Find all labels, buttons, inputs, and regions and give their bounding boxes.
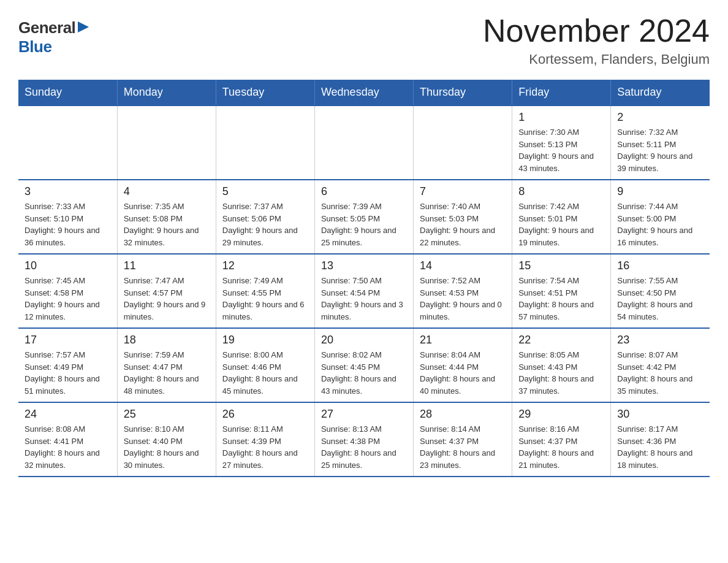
day-number: 29 [518,408,604,421]
day-info: Sunrise: 7:33 AM Sunset: 5:10 PM Dayligh… [25,201,111,248]
calendar-table: SundayMondayTuesdayWednesdayThursdayFrid… [18,80,710,477]
day-info: Sunrise: 7:45 AM Sunset: 4:58 PM Dayligh… [25,275,111,323]
day-number: 5 [222,185,308,198]
header-thursday: Thursday [414,80,512,105]
day-number: 2 [617,111,703,124]
day-info: Sunrise: 8:05 AM Sunset: 4:43 PM Dayligh… [518,349,604,397]
day-number: 28 [420,408,506,421]
day-number: 13 [321,259,407,272]
day-number: 3 [25,185,111,198]
calendar-cell [414,105,512,180]
day-number: 24 [25,408,111,421]
logo-blue-text: Blue [18,37,51,56]
day-info: Sunrise: 7:59 AM Sunset: 4:47 PM Dayligh… [124,349,210,397]
calendar-cell: 3Sunrise: 7:33 AM Sunset: 5:10 PM Daylig… [18,180,117,254]
header-friday: Friday [512,80,611,105]
day-info: Sunrise: 7:44 AM Sunset: 5:00 PM Dayligh… [617,201,703,248]
logo-general-text: General [18,18,75,37]
calendar-cell: 22Sunrise: 8:05 AM Sunset: 4:43 PM Dayli… [512,328,611,402]
day-number: 27 [321,408,407,421]
calendar-cell: 26Sunrise: 8:11 AM Sunset: 4:39 PM Dayli… [216,402,314,477]
calendar-cell: 20Sunrise: 8:02 AM Sunset: 4:45 PM Dayli… [314,328,413,402]
calendar-cell [216,105,314,180]
day-info: Sunrise: 7:40 AM Sunset: 5:03 PM Dayligh… [420,201,506,248]
header-wednesday: Wednesday [314,80,413,105]
day-info: Sunrise: 7:32 AM Sunset: 5:11 PM Dayligh… [617,126,703,174]
day-info: Sunrise: 7:49 AM Sunset: 4:55 PM Dayligh… [222,275,308,323]
calendar-cell [18,105,117,180]
calendar-cell: 7Sunrise: 7:40 AM Sunset: 5:03 PM Daylig… [414,180,512,254]
calendar-cell: 4Sunrise: 7:35 AM Sunset: 5:08 PM Daylig… [117,180,216,254]
day-number: 30 [617,408,703,421]
day-info: Sunrise: 7:57 AM Sunset: 4:49 PM Dayligh… [25,349,111,397]
day-info: Sunrise: 8:17 AM Sunset: 4:36 PM Dayligh… [617,423,703,471]
calendar-cell: 8Sunrise: 7:42 AM Sunset: 5:01 PM Daylig… [512,180,611,254]
calendar-cell: 24Sunrise: 8:08 AM Sunset: 4:41 PM Dayli… [18,402,117,477]
calendar-cell: 6Sunrise: 7:39 AM Sunset: 5:05 PM Daylig… [314,180,413,254]
title-area: November 2024 Kortessem, Flanders, Belgi… [483,12,710,67]
day-number: 15 [518,259,604,272]
header-tuesday: Tuesday [216,80,314,105]
day-info: Sunrise: 8:14 AM Sunset: 4:37 PM Dayligh… [420,423,506,471]
day-info: Sunrise: 7:42 AM Sunset: 5:01 PM Dayligh… [518,201,604,248]
calendar-cell: 27Sunrise: 8:13 AM Sunset: 4:38 PM Dayli… [314,402,413,477]
header-sunday: Sunday [18,80,117,105]
day-number: 20 [321,334,407,347]
calendar-cell [314,105,413,180]
day-number: 16 [617,259,703,272]
calendar-cell: 12Sunrise: 7:49 AM Sunset: 4:55 PM Dayli… [216,254,314,328]
day-number: 21 [420,334,506,347]
calendar-cell: 13Sunrise: 7:50 AM Sunset: 4:54 PM Dayli… [314,254,413,328]
day-number: 4 [124,185,210,198]
day-info: Sunrise: 7:30 AM Sunset: 5:13 PM Dayligh… [518,126,604,174]
calendar-cell: 16Sunrise: 7:55 AM Sunset: 4:50 PM Dayli… [611,254,710,328]
month-title: November 2024 [483,12,710,49]
day-number: 12 [222,259,308,272]
day-info: Sunrise: 7:35 AM Sunset: 5:08 PM Dayligh… [124,201,210,248]
logo-flag-icon [77,20,90,34]
calendar-cell: 21Sunrise: 8:04 AM Sunset: 4:44 PM Dayli… [414,328,512,402]
calendar-cell: 28Sunrise: 8:14 AM Sunset: 4:37 PM Dayli… [414,402,512,477]
header-saturday: Saturday [611,80,710,105]
day-number: 6 [321,185,407,198]
calendar-cell: 14Sunrise: 7:52 AM Sunset: 4:53 PM Dayli… [414,254,512,328]
calendar-cell: 30Sunrise: 8:17 AM Sunset: 4:36 PM Dayli… [611,402,710,477]
calendar-header-row: SundayMondayTuesdayWednesdayThursdayFrid… [18,80,710,105]
day-info: Sunrise: 8:08 AM Sunset: 4:41 PM Dayligh… [25,423,111,471]
day-number: 8 [518,185,604,198]
day-number: 17 [25,334,111,347]
calendar-cell: 23Sunrise: 8:07 AM Sunset: 4:42 PM Dayli… [611,328,710,402]
day-info: Sunrise: 8:16 AM Sunset: 4:37 PM Dayligh… [518,423,604,471]
day-number: 14 [420,259,506,272]
day-number: 1 [518,111,604,124]
day-number: 23 [617,334,703,347]
logo: General Blue [18,18,90,56]
day-info: Sunrise: 7:37 AM Sunset: 5:06 PM Dayligh… [222,201,308,248]
day-info: Sunrise: 7:50 AM Sunset: 4:54 PM Dayligh… [321,275,407,323]
day-info: Sunrise: 7:39 AM Sunset: 5:05 PM Dayligh… [321,201,407,248]
calendar-cell: 25Sunrise: 8:10 AM Sunset: 4:40 PM Dayli… [117,402,216,477]
calendar-cell: 1Sunrise: 7:30 AM Sunset: 5:13 PM Daylig… [512,105,611,180]
calendar-cell: 17Sunrise: 7:57 AM Sunset: 4:49 PM Dayli… [18,328,117,402]
day-info: Sunrise: 8:02 AM Sunset: 4:45 PM Dayligh… [321,349,407,397]
day-info: Sunrise: 7:54 AM Sunset: 4:51 PM Dayligh… [518,275,604,323]
calendar-cell: 9Sunrise: 7:44 AM Sunset: 5:00 PM Daylig… [611,180,710,254]
header-monday: Monday [117,80,216,105]
day-info: Sunrise: 8:07 AM Sunset: 4:42 PM Dayligh… [617,349,703,397]
day-number: 11 [124,259,210,272]
calendar-cell: 29Sunrise: 8:16 AM Sunset: 4:37 PM Dayli… [512,402,611,477]
day-info: Sunrise: 7:55 AM Sunset: 4:50 PM Dayligh… [617,275,703,323]
day-info: Sunrise: 8:13 AM Sunset: 4:38 PM Dayligh… [321,423,407,471]
day-number: 19 [222,334,308,347]
day-info: Sunrise: 8:04 AM Sunset: 4:44 PM Dayligh… [420,349,506,397]
calendar-week-row: 10Sunrise: 7:45 AM Sunset: 4:58 PM Dayli… [18,254,710,328]
day-number: 18 [124,334,210,347]
calendar-week-row: 24Sunrise: 8:08 AM Sunset: 4:41 PM Dayli… [18,402,710,477]
calendar-cell: 10Sunrise: 7:45 AM Sunset: 4:58 PM Dayli… [18,254,117,328]
calendar-cell: 5Sunrise: 7:37 AM Sunset: 5:06 PM Daylig… [216,180,314,254]
day-info: Sunrise: 8:00 AM Sunset: 4:46 PM Dayligh… [222,349,308,397]
calendar-cell: 2Sunrise: 7:32 AM Sunset: 5:11 PM Daylig… [611,105,710,180]
day-number: 9 [617,185,703,198]
day-info: Sunrise: 8:11 AM Sunset: 4:39 PM Dayligh… [222,423,308,471]
day-number: 26 [222,408,308,421]
